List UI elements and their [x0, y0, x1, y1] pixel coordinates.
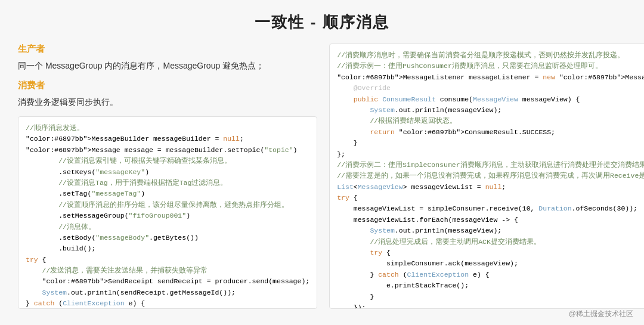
code-line: //消费示例一：使用PushConsumer消费顺序消息，只需要在消息监听器处理…	[337, 61, 644, 72]
code-line: messageViewList.forEach(messageView -> {	[337, 215, 644, 225]
code-line: } catch (ClientException e) {	[337, 270, 644, 280]
right-code-block: //消费顺序消息时，需要确保当前消费者分组是顺序投递模式，否则仍然按并发乱序投递…	[329, 44, 644, 309]
code-line: //消费顺序消息时，需要确保当前消费者分组是顺序投递模式，否则仍然按并发乱序投递…	[337, 50, 644, 61]
code-line: "color:#6897bb">Message message = messag…	[26, 145, 309, 156]
code-line: //设置顺序消息的排序分组，该分组尽量保持离散，避免热点排序分组。	[26, 200, 309, 211]
code-line: .setBody("messageBody".getBytes())	[26, 233, 309, 243]
code-line: e.printStackTrace();	[337, 280, 644, 291]
code-line: try {	[337, 247, 644, 258]
code-line: simpleConsumer.ack(messageView);	[337, 258, 644, 269]
code-line: }	[337, 292, 644, 302]
code-line: //需要注意是的，如果一个消息没有消费完成，如果程序消息没有消费完成，再次调用R…	[337, 171, 644, 181]
code-line: } catch (ClientException e) {	[26, 298, 309, 309]
code-line: return "color:#6897bb">ConsumeResult.SUC…	[337, 127, 644, 138]
page: 一致性 - 顺序消息 生产者 同一个 MessageGroup 内的消息有序，M…	[0, 0, 644, 325]
code-line: @Override	[337, 83, 644, 94]
code-line: System.out.println(messageView);	[337, 225, 644, 236]
code-line: //设置消息索引键，可根据关键字精确查找某条消息。	[26, 156, 309, 166]
code-line: .setKeys("messageKey")	[26, 167, 309, 178]
code-line: public ConsumeResult consume(MessageView…	[337, 94, 644, 105]
code-line: });	[337, 302, 644, 309]
consumer-desc: 消费业务逻辑要同步执行。	[18, 97, 317, 108]
code-line: //设置消息Tag，用于消费端根据指定Tag过滤消息。	[26, 178, 309, 188]
right-panel: //消费顺序消息时，需要确保当前消费者分组是顺序投递模式，否则仍然按并发乱序投递…	[329, 44, 644, 309]
code-line: try {	[26, 255, 309, 265]
page-title: 一致性 - 顺序消息	[18, 12, 626, 33]
code-line: System.out.println(sendReceipt.getMessag…	[26, 287, 309, 298]
code-line: .setMessageGroup("fifoGroup001")	[26, 211, 309, 221]
watermark: @稀土掘金技术社区	[569, 309, 633, 319]
code-line: .build();	[26, 243, 309, 254]
code-line: System.out.println(messageView);	[337, 105, 644, 116]
left-code-block: //顺序消息发送。"color:#6897bb">MessageBuilder …	[18, 116, 317, 309]
code-line: "color:#6897bb">MessageListener messageL…	[337, 72, 644, 83]
code-line: //消息处理完成后，需要主动调用ACK提交消费结果。	[337, 237, 644, 247]
code-line: messageViewList = simpleConsumer.receive…	[337, 203, 644, 214]
code-line: };	[337, 149, 644, 160]
consumer-label: 消费者	[18, 80, 317, 91]
left-panel: 生产者 同一个 MessageGroup 内的消息有序，MessageGroup…	[18, 44, 317, 309]
producer-label: 生产者	[18, 44, 317, 55]
code-line: //根据消费结果返回状态。	[337, 116, 644, 126]
code-line: "color:#6897bb">MessageBuilder messageBu…	[26, 134, 309, 144]
code-line: //消费示例二：使用SimpleConsumer消费顺序消息，主动获取消息进行消…	[337, 160, 644, 171]
code-line: try {	[337, 193, 644, 203]
producer-desc: 同一个 MessageGroup 内的消息有序，MessageGroup 避免热…	[18, 61, 317, 72]
code-line: "color:#6897bb">SendReceipt sendReceipt …	[26, 276, 309, 287]
code-line: //发送消息，需要关注发送结果，并捕获失败等异常	[26, 265, 309, 276]
content-area: 生产者 同一个 MessageGroup 内的消息有序，MessageGroup…	[18, 44, 626, 309]
code-line: List<MessageView> messageViewList = null…	[337, 182, 644, 193]
code-line: //消息体。	[26, 222, 309, 233]
code-line: //顺序消息发送。	[26, 123, 309, 134]
code-line: }	[337, 138, 644, 148]
code-line: .setTag("messageTag")	[26, 188, 309, 199]
